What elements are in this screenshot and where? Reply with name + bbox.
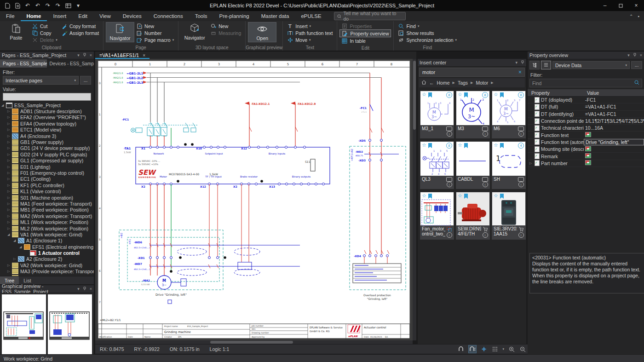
tree-expander[interactable] [7,208,12,212]
tree-item[interactable]: KL1 (Valve control) [0,188,94,194]
open-page-icon[interactable] [14,2,21,9]
info-icon[interactable]: i [447,232,452,238]
page-number-button[interactable]: 123Number [134,29,176,36]
menu-tab-pre-planning[interactable]: Pre-planning [213,11,255,21]
tree-item[interactable]: E01 (Lighting) [0,164,94,170]
variant-icon[interactable] [446,177,452,182]
home-icon[interactable] [421,80,426,86]
undo-small-icon[interactable]: ↶ [24,2,31,9]
tree-item[interactable]: GL1 (Compressed air supply) [0,158,94,164]
row-expander-icon[interactable]: ▷ [529,161,533,165]
tree-expander[interactable] [7,153,12,156]
schematic-canvas[interactable]: 01 23 45 67 8 01 23 45 67 -MA2/1.8 =GB1-… [95,59,413,340]
tree-item[interactable]: VA2 (Work workpiece: Grind) [0,262,94,268]
tree-item[interactable]: ML1 (Work workpiece: Position) [0,219,94,225]
tree-expander[interactable] [7,196,12,200]
property-row[interactable]: ▷ Mounting site (describ... [528,146,644,153]
crumb-home[interactable]: Home [437,80,450,86]
menu-tab-devices[interactable]: Devices [117,11,148,21]
panel-dropdown-icon[interactable]: ▾ [77,287,80,291]
close-button[interactable]: × [628,0,644,11]
tree-item[interactable]: MA2 (Work workpiece: Transport) [0,213,94,219]
property-row[interactable]: ▷ Function text [528,132,644,138]
tree-item[interactable]: GD2 (24 V supply PLC signals) [0,151,94,157]
bookmark-icon[interactable] [464,143,468,148]
tree-expander[interactable] [7,128,12,132]
page-navigator-button[interactable]: Navigator [106,22,134,42]
undo-icon[interactable]: ↶ [34,2,41,9]
menu-tab-file[interactable]: File [0,11,21,21]
zoom-out-icon[interactable] [519,345,526,353]
tree-item[interactable]: MA3 (Provide workpiece: Transport) [0,269,94,275]
property-row[interactable]: ▷ Technical characteristics 10...16A [528,125,644,132]
tree-expander[interactable] [7,134,12,138]
part-card-sew-motor[interactable]: ☆ SEW.DRN90L4/FE/TH i [456,192,490,240]
redo-icon[interactable]: ↷ [44,2,52,9]
minimize-button[interactable]: – [597,0,613,11]
tree-expander[interactable] [7,227,12,230]
tree-expander[interactable] [7,159,12,162]
crumb-tags[interactable]: Tags [458,80,468,86]
property-row[interactable]: ▷ Function text (automa... Drive "Grindi… [528,139,644,146]
property-row[interactable]: ▷ DT (displayed) -FC1 [528,97,644,103]
panel-pin-icon[interactable] [633,53,637,58]
tree-expander[interactable] [7,165,12,169]
tree-item[interactable]: ETC1 (Model view) [0,127,94,133]
path-function-text-button[interactable]: TPath function text [285,29,334,36]
tree-expander[interactable] [7,220,12,224]
tree-expander[interactable] [7,122,12,126]
crumb-motor[interactable]: Motor [476,80,488,86]
tree-item[interactable]: GD1 (24 V device power supply) [0,145,94,151]
preview-thumbnail-1[interactable] [2,294,46,354]
tree-item[interactable]: KF1 (PLC controller) [0,182,94,188]
tree-view-icon[interactable] [529,61,540,69]
editor-tab[interactable]: =VA1+A1&EFS1/1 × [95,52,150,59]
info-icon[interactable]: i [447,131,452,137]
collapse-ribbon-icon[interactable]: ⌃ [629,14,633,19]
tab-close-icon[interactable]: × [143,53,145,58]
qat-customize-icon[interactable]: ▾ [75,2,82,9]
tree-expander[interactable] [7,202,12,206]
panel-dropdown-icon[interactable]: ▾ [77,53,80,57]
graphical-preview-open-button[interactable]: Open [248,22,276,42]
panel-pin-icon[interactable] [521,60,524,65]
tree-item[interactable]: MB1 (Feed workpiece: Position) [0,207,94,213]
pin-ribbon-icon[interactable]: ▪ [638,14,639,19]
tree-expander[interactable] [13,239,18,242]
tree-expander[interactable] [13,257,18,261]
measuring-button[interactable]: Measuring [208,29,243,36]
bookmark-icon[interactable] [428,143,432,148]
tree-item[interactable]: EFA4 (Overview topology) [0,121,94,126]
variant-icon[interactable] [482,177,488,182]
menu-tab-epulse[interactable]: ePULSE [295,11,327,21]
schematic-editor[interactable]: 01 23 45 67 8 01 23 45 67 -MA2/1.8 =GB1-… [95,59,413,340]
tree-item[interactable]: ESS_Sample_Project [0,102,94,108]
panel-close-icon[interactable]: × [90,287,92,291]
bookmark-icon[interactable] [500,143,504,148]
property-row[interactable]: ▷ Connection point desi... 1/L1¶2/T1¶3/L… [528,118,644,125]
macro-card-fan-motor[interactable]: ☆ Fan_motor_control_two_... i [420,192,454,240]
favorite-star-icon[interactable]: ☆ [458,142,462,148]
copy-format-button[interactable]: Copy format [59,23,101,29]
synchronize-selection-button[interactable]: Synchronize selection▾ [396,36,459,43]
panel-pin-icon[interactable] [83,287,86,292]
tree-expander[interactable] [7,184,12,187]
variant-icon[interactable] [482,126,488,131]
symbol-card-ql3[interactable]: ☆ 8 135246 QL3 i [420,141,454,189]
favorite-star-icon[interactable]: ☆ [422,92,426,98]
filter-combo[interactable]: Interactive pages ▾ [3,76,79,85]
property-row[interactable]: ▷ DT (identifying) =VA1+A1-FC1 [528,111,644,118]
property-table-header[interactable]: Property Value [528,89,644,97]
tree-expander[interactable] [7,233,12,236]
filter-more-button[interactable]: ... [80,76,91,85]
editor-horizontal-scrollbar[interactable] [95,340,413,344]
tree-expander[interactable] [19,245,24,249]
value-input[interactable] [3,93,91,101]
menu-tab-insert[interactable]: Insert [47,11,72,21]
tree-expander[interactable] [7,264,12,267]
tree-item[interactable]: A4 (Enclosure 3) [0,133,94,139]
tree-item[interactable]: MA1 (Feed workpiece: Transport) [0,201,94,207]
tree-item[interactable]: EC1 (Cooling) [0,176,94,182]
cart-icon[interactable] [518,227,523,232]
properties-button[interactable]: Properties [339,23,391,29]
